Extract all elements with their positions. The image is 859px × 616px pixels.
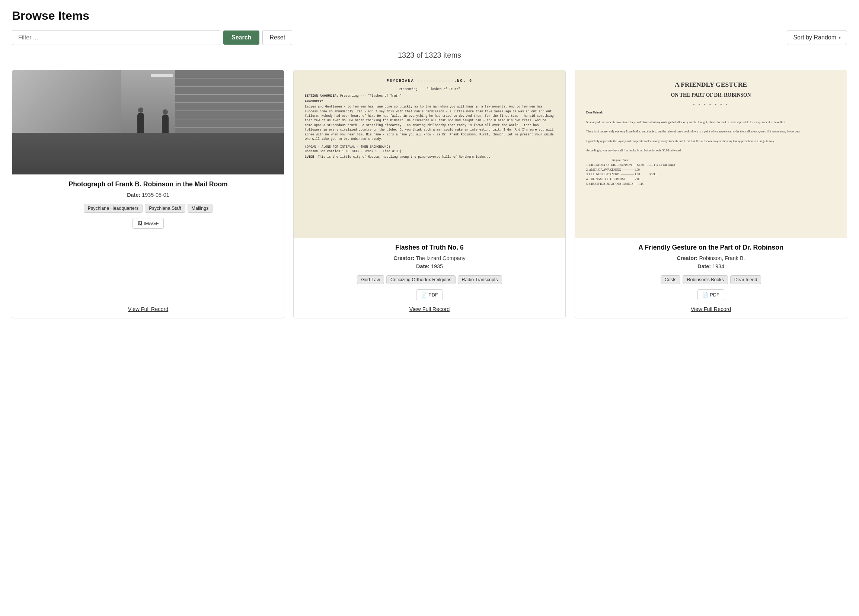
sort-label: Sort by Random (793, 34, 836, 41)
card-creator-2: Creator: The Izzard Company (394, 255, 465, 261)
item-card-1: Photograph of Frank B. Robinson in the M… (12, 70, 284, 318)
doc-body-2: Ladies and Gentlemen - to few men has fa… (305, 104, 554, 142)
doc-subheader-2: Presenting --- "Flashes of Truth" (305, 87, 554, 92)
tag-0-2[interactable]: Mailings (187, 204, 213, 213)
card-body-2: Flashes of Truth No. 6 Creator: The Izza… (294, 238, 565, 318)
item-card-3: A FRIENDLY GESTURE ON THE PART OF DR. RO… (575, 70, 847, 318)
sort-button[interactable]: Sort by Random ▾ (787, 30, 847, 45)
doc-line-station: STATION ANNOUNCER: Presenting --- "Flash… (305, 94, 554, 98)
items-grid: Photograph of Frank B. Robinson in the M… (12, 70, 847, 318)
tag-1-2[interactable]: Radio Transcripts (458, 275, 502, 284)
doc-guide: (ORGAN - ALONE FOR INTERVAL - THEN BACKG… (305, 145, 554, 154)
tag-2-1[interactable]: Robinson's Books (683, 275, 728, 284)
item-image-1 (12, 70, 284, 175)
pdf-icon-2: 📄 (421, 292, 427, 298)
doc-body-3: Dear Friend: So many of our students hav… (586, 111, 836, 187)
results-count: 1323 of 1323 items (12, 51, 847, 59)
image-icon: 🖼 (137, 221, 142, 226)
item-image-2: PSYCHIANA ------------.NO. 6 Presenting … (294, 70, 565, 238)
view-full-record-1[interactable]: View Full Record (128, 303, 169, 312)
item-image-3: A FRIENDLY GESTURE ON THE PART OF DR. RO… (575, 70, 847, 238)
card-date-1: Date: 1935-05-01 (127, 192, 169, 198)
tag-2-2[interactable]: Dear friend (730, 275, 762, 284)
card-title-2: Flashes of Truth No. 6 (395, 244, 464, 251)
doc-line-announcer: ANNOUNCER: (305, 99, 554, 104)
card-title-3: A Friendly Gesture on the Part of Dr. Ro… (638, 244, 783, 251)
card-body-3: A Friendly Gesture on the Part of Dr. Ro… (575, 238, 847, 318)
reset-button[interactable]: Reset (262, 30, 292, 45)
view-full-record-3[interactable]: View Full Record (691, 303, 731, 312)
doc-guide2: GUIDE: This is the little city of Moscow… (305, 155, 554, 159)
item-card-2: PSYCHIANA ------------.NO. 6 Presenting … (293, 70, 566, 318)
card-date-2: Date: 1935 (416, 264, 443, 269)
tag-0-1[interactable]: Psychiana Staff (145, 204, 185, 213)
card-tags-3: Costs Robinson's Books Dear friend (661, 275, 762, 284)
search-input[interactable] (12, 30, 220, 45)
doc-sub-title: ON THE PART OF DR. ROBINSON (586, 91, 836, 99)
card-body-1: Photograph of Frank B. Robinson in the M… (12, 175, 284, 318)
page-title: Browse Items (12, 9, 847, 23)
card-date-3: Date: 1934 (698, 264, 724, 269)
pdf-icon-3: 📄 (702, 292, 708, 298)
search-button[interactable]: Search (223, 31, 259, 45)
doc-stars: * * * * * * * (586, 102, 836, 108)
card-tags-2: God-Law Criticizing Orthodox Reilgions R… (357, 275, 502, 284)
tag-1-0[interactable]: God-Law (357, 275, 384, 284)
card-creator-3: Creator: Robinson, Frank B. (676, 255, 745, 261)
tag-2-0[interactable]: Costs (661, 275, 681, 284)
media-badge-2[interactable]: 📄 PDF (416, 289, 443, 300)
card-tags-1: Psychiana Headquarters Psychiana Staff M… (84, 204, 213, 213)
tag-0-0[interactable]: Psychiana Headquarters (84, 204, 143, 213)
media-badge-1[interactable]: 🖼 IMAGE (133, 218, 164, 229)
search-bar: Search Reset Sort by Random ▾ (12, 30, 847, 45)
tag-1-1[interactable]: Criticizing Orthodox Reilgions (386, 275, 456, 284)
doc-main-title: A FRIENDLY GESTURE (586, 79, 836, 90)
view-full-record-2[interactable]: View Full Record (409, 303, 450, 312)
media-badge-3[interactable]: 📄 PDF (698, 289, 724, 300)
chevron-down-icon: ▾ (839, 35, 841, 40)
card-title-1: Photograph of Frank B. Robinson in the M… (69, 181, 227, 188)
doc-header-2: PSYCHIANA ------------.NO. 6 (305, 78, 554, 84)
